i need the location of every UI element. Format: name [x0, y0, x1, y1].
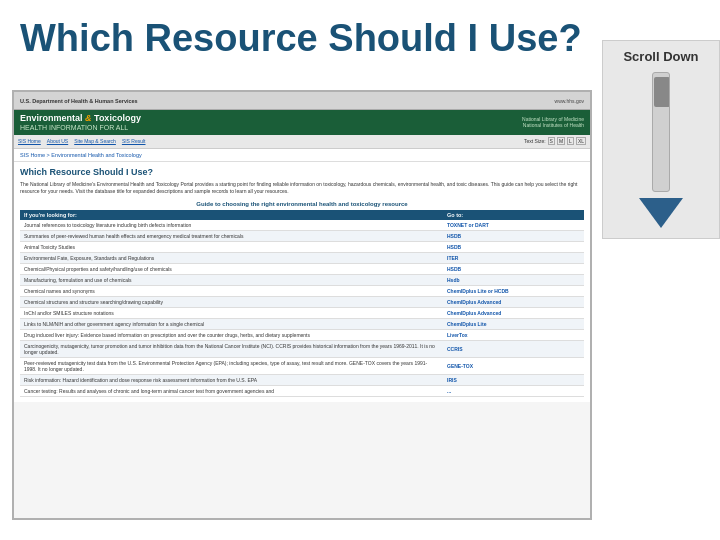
cell-go-to[interactable]: ITER	[443, 252, 584, 263]
site-url: www.hhs.gov	[555, 98, 584, 104]
cell-go-to[interactable]: ChemIDplus Lite	[443, 318, 584, 329]
table-row: Environmental Fate, Exposure, Standards …	[20, 252, 584, 263]
text-size-xl[interactable]: XL	[576, 137, 586, 145]
table-row: Carcinogenicity, mutagenicity, tumor pro…	[20, 340, 584, 357]
table-row: Risk information: Hazard identification …	[20, 374, 584, 385]
cell-looking-for: Chemical structures and structure search…	[20, 296, 443, 307]
cell-looking-for: InChI and/or SMILES structure notations	[20, 307, 443, 318]
cell-looking-for: Peer-reviewed mutagenicity test data fro…	[20, 357, 443, 374]
text-size-s[interactable]: S	[548, 137, 555, 145]
browser-top-bar: U.S. Department of Health & Human Servic…	[14, 92, 590, 110]
text-size-l[interactable]: L	[567, 137, 574, 145]
cell-looking-for: Chemical/Physical properties and safety/…	[20, 263, 443, 274]
table-row: Manufacturing, formulation and use of ch…	[20, 274, 584, 285]
cell-go-to[interactable]: CCRIS	[443, 340, 584, 357]
cell-looking-for: Journal references to toxicology literat…	[20, 220, 443, 231]
scroll-bar-thumb	[654, 77, 670, 107]
table-row: Drug induced liver injury: Evidence base…	[20, 329, 584, 340]
nav-about-us[interactable]: About US	[47, 138, 68, 144]
nav-bar: SIS Home About US Site Map & Search SIS …	[14, 135, 590, 149]
table-body: Journal references to toxicology literat…	[20, 220, 584, 397]
cell-go-to[interactable]: Hsdb	[443, 274, 584, 285]
scroll-down-panel: Scroll Down	[602, 40, 720, 239]
table-row: Links to NLM/NIH and other government ag…	[20, 318, 584, 329]
nlm-badge: National Library of Medicine National In…	[522, 116, 584, 128]
cell-looking-for: Manufacturing, formulation and use of ch…	[20, 274, 443, 285]
col-go-to: Go to:	[443, 210, 584, 220]
cell-go-to[interactable]: ChemIDplus Advanced	[443, 307, 584, 318]
table-row: Cancer testing: Results and analyses of …	[20, 385, 584, 396]
intro-text: The National Library of Medicine's Envir…	[20, 181, 584, 195]
cell-looking-for: Carcinogenicity, mutagenicity, tumor pro…	[20, 340, 443, 357]
scroll-arrow-down-icon[interactable]	[639, 198, 683, 228]
scroll-down-label: Scroll Down	[623, 49, 698, 64]
table-header-row: If you're looking for: Go to:	[20, 210, 584, 220]
browser-screenshot: U.S. Department of Health & Human Servic…	[12, 90, 592, 520]
cell-looking-for: Summaries of peer-reviewed human health …	[20, 230, 443, 241]
ampersand: &	[85, 113, 92, 123]
table-row: Chemical structures and structure search…	[20, 296, 584, 307]
nav-sis-home[interactable]: SIS Home	[18, 138, 41, 144]
text-size-label: Text Size:	[524, 138, 546, 144]
breadcrumb: SIS Home > Environmental Health and Toxi…	[14, 149, 590, 162]
cell-looking-for: Chemical names and synonyms	[20, 285, 443, 296]
cell-go-to[interactable]: ...	[443, 385, 584, 396]
table-row: Chemical/Physical properties and safety/…	[20, 263, 584, 274]
table-row: Journal references to toxicology literat…	[20, 220, 584, 231]
browser-page-heading: Which Resource Should I Use?	[20, 167, 584, 177]
site-name-line1: Environmental & Toxicology	[20, 114, 141, 124]
cell-go-to[interactable]: LiverTox	[443, 329, 584, 340]
table-row: Chemical names and synonymsChemIDplus Li…	[20, 285, 584, 296]
text-size-m[interactable]: M	[557, 137, 565, 145]
table-row: Animal Toxicity StudiesHSDB	[20, 241, 584, 252]
site-tagline: HEALTH INFORMATION FOR ALL	[20, 124, 141, 131]
table-row: InChI and/or SMILES structure notationsC…	[20, 307, 584, 318]
scroll-bar-track[interactable]	[652, 72, 670, 192]
nav-links: SIS Home About US Site Map & Search SIS …	[18, 138, 146, 144]
page-content: Which Resource Should I Use? The Nationa…	[14, 162, 590, 402]
cell-looking-for: Animal Toxicity Studies	[20, 241, 443, 252]
cell-looking-for: Drug induced liver injury: Evidence base…	[20, 329, 443, 340]
cell-go-to[interactable]: GENE-TOX	[443, 357, 584, 374]
cell-go-to[interactable]: TOXNET or DART	[443, 220, 584, 231]
cell-go-to[interactable]: ChemIDplus Lite or HCDB	[443, 285, 584, 296]
text-size-control: Text Size: S M L XL	[524, 137, 586, 145]
cell-looking-for: Cancer testing: Results and analyses of …	[20, 385, 443, 396]
gov-logo: U.S. Department of Health & Human Servic…	[20, 98, 138, 104]
cell-looking-for: Links to NLM/NIH and other government ag…	[20, 318, 443, 329]
nav-site-map[interactable]: Site Map & Search	[74, 138, 116, 144]
site-header: Environmental & Toxicology HEALTH INFORM…	[14, 110, 590, 135]
cell-looking-for: Environmental Fate, Exposure, Standards …	[20, 252, 443, 263]
cell-go-to[interactable]: HSDB	[443, 230, 584, 241]
table-head: If you're looking for: Go to:	[20, 210, 584, 220]
col-looking-for: If you're looking for:	[20, 210, 443, 220]
table-row: Peer-reviewed mutagenicity test data fro…	[20, 357, 584, 374]
cell-go-to[interactable]: HSDB	[443, 263, 584, 274]
cell-go-to[interactable]: HSDB	[443, 241, 584, 252]
table-caption: Guide to choosing the right environmenta…	[20, 201, 584, 207]
table-row: Summaries of peer-reviewed human health …	[20, 230, 584, 241]
cell-looking-for: Risk information: Hazard identification …	[20, 374, 443, 385]
site-title-area: Environmental & Toxicology HEALTH INFORM…	[20, 114, 141, 131]
nav-sis-result[interactable]: SIS Result	[122, 138, 146, 144]
scroll-bar-area	[652, 72, 670, 192]
cell-go-to[interactable]: ChemIDplus Advanced	[443, 296, 584, 307]
cell-go-to[interactable]: IRIS	[443, 374, 584, 385]
nlm-sub: National Institutes of Health	[522, 122, 584, 128]
guide-table: Guide to choosing the right environmenta…	[20, 201, 584, 397]
